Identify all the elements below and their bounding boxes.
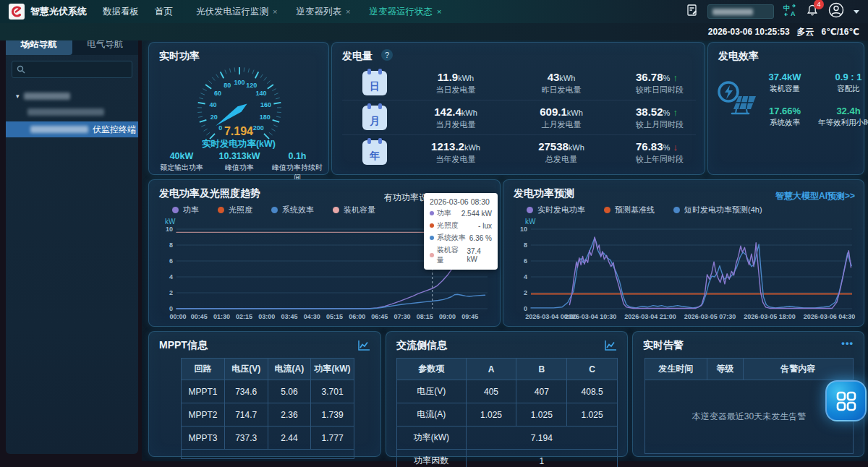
ac-table: 参数项 A B C 电压(V)405407408.5 电流(A)1.0251.0… — [396, 358, 618, 467]
legend-power[interactable]: 功率 — [172, 205, 199, 215]
mppt-table: 回路 电压(V) 电流(A) 功率(kW) MPPT1734.65.063.70… — [181, 358, 354, 459]
close-icon[interactable]: × — [273, 7, 277, 16]
nav-item-dashboard[interactable]: 数据看板 — [103, 6, 139, 18]
svg-text:8: 8 — [169, 241, 173, 249]
stat-capacity-ratio: 0.9 : 1 容配比 — [812, 72, 868, 94]
stat-today-energy: 11.9kWh 当日发电量 — [404, 71, 507, 95]
panel-mppt-info: MPPT信息 回路 电压(V) 电流(A) 功率(kW) MPPT1734.65… — [148, 331, 381, 457]
stat-peak-duration: 0.1h 峰值功率持续时间 — [269, 151, 326, 183]
screen: 智慧光伏系统 数据看板 首页 光伏发电运行监测 × 逆变器列表 × 逆变器运行状… — [0, 0, 868, 467]
legend-system-efficiency[interactable]: 系统效率 — [271, 205, 314, 215]
calendar-day-icon: 日 — [362, 71, 387, 95]
user-avatar[interactable] — [827, 1, 845, 22]
datetime: 2026-03-06 10:25:53 — [708, 27, 790, 37]
svg-text:20: 20 — [210, 113, 218, 121]
legend-forecast-baseline[interactable]: 预测基准线 — [604, 205, 655, 215]
stat-vs-last-month: 38.52% ↑ 较上月同时段 — [616, 106, 696, 130]
chevron-down-icon[interactable]: ▾ — [16, 93, 20, 100]
stat-total-energy: 27538kWh 总发电量 — [507, 140, 616, 165]
panel-title: MPPT信息 — [159, 339, 208, 352]
svg-text:2: 2 — [169, 289, 173, 296]
stat-yesterday-energy: 43kWh 昨日发电量 — [507, 71, 616, 95]
svg-text:2026-03-05 18:00: 2026-03-05 18:00 — [744, 313, 796, 320]
svg-text:09:45: 09:45 — [461, 313, 478, 320]
line-chart-icon[interactable] — [358, 340, 370, 354]
svg-text:03:45: 03:45 — [281, 313, 298, 320]
app-logo-icon[interactable] — [9, 4, 25, 20]
legend-realtime-power[interactable]: 实时发电功率 — [527, 205, 585, 215]
alarm-table-header: 发生时间 等级 告警内容 — [644, 358, 854, 380]
svg-text:6: 6 — [524, 257, 527, 265]
svg-text:07:30: 07:30 — [394, 313, 411, 320]
svg-text:2026-03-04 10:30: 2026-03-04 10:30 — [565, 313, 617, 320]
notifications-bell-icon[interactable]: 4 — [806, 4, 819, 20]
chevron-down-icon[interactable] — [854, 10, 859, 14]
chart-tooltip: 2026-03-06 08:30 功率2.544 kW 光照度- lux 系统效… — [424, 193, 498, 270]
tab-inverter-list[interactable]: 逆变器列表 × — [296, 6, 350, 18]
legend-short-term-forecast[interactable]: 短时发电功率预测(4h) — [673, 205, 762, 215]
more-options-icon[interactable]: ••• — [841, 338, 854, 348]
svg-text:A: A — [791, 10, 796, 17]
ai-forecast-link[interactable]: 智慧大模型AI预测>> — [775, 190, 855, 202]
forecast-chart[interactable]: 02468102026-03-04 00:002026-03-04 10:302… — [509, 225, 859, 322]
table-row: MPPT2714.72.361.739 — [182, 403, 354, 427]
grid-icon — [835, 390, 857, 412]
panel-power-forecast: 发电功率预测 智慧大模型AI预测>> 实时发电功率 预测基准线 短时发电功率预测… — [503, 179, 864, 327]
table-row: 电流(A)1.0251.0251.025 — [397, 403, 618, 427]
close-icon[interactable]: × — [346, 7, 350, 16]
svg-text:6: 6 — [169, 257, 173, 265]
svg-text:00:00: 00:00 — [169, 313, 186, 320]
panel-title: 发电功率及光照度趋势 — [159, 187, 260, 200]
svg-text:100: 100 — [234, 79, 244, 86]
legend-installed-capacity[interactable]: 装机容量 — [333, 205, 375, 215]
line-chart-icon[interactable] — [605, 340, 617, 354]
table-row: MPPT1734.65.063.701 — [182, 380, 354, 403]
stat-last-month-energy: 609.1kWh 上月发电量 — [507, 106, 616, 130]
alarm-empty-state: 本逆变器最近30天未发生告警 — [644, 380, 854, 454]
solar-panel-icon — [717, 80, 759, 118]
tooltip-row-capacity: 装机容量37.4 kW — [430, 245, 492, 265]
quick-menu-fab-button[interactable] — [825, 380, 867, 421]
energy-row-day: 日 11.9kWh 当日发电量 43kWh 昨日发电量 36.78% ↑ 较昨日… — [342, 66, 696, 100]
sidebar-search-input[interactable] — [12, 61, 132, 78]
svg-text:08:15: 08:15 — [417, 313, 433, 320]
svg-text:140: 140 — [255, 90, 266, 97]
tab-pv-monitoring[interactable]: 光伏发电运行监测 × — [196, 6, 277, 18]
svg-text:03:00: 03:00 — [258, 313, 275, 320]
svg-text:10: 10 — [520, 226, 527, 233]
tree-node-root[interactable]: ▾ — [6, 90, 138, 103]
svg-text:4: 4 — [524, 273, 527, 280]
redacted-node-text — [27, 108, 104, 116]
help-icon[interactable]: ? — [381, 49, 393, 61]
energy-row-month: 月 142.4kWh 当月发电量 609.1kWh 上月发电量 38.52% ↑… — [342, 100, 696, 135]
panel-title: 交流侧信息 — [396, 339, 447, 352]
close-icon[interactable]: × — [437, 7, 441, 16]
stat-peak-power: 10.313kW 峰值功率 — [210, 151, 269, 183]
svg-text:02:15: 02:15 — [236, 313, 252, 320]
svg-text:60: 60 — [214, 90, 221, 97]
table-row: 功率因数1 — [397, 450, 618, 467]
nav-item-home[interactable]: 首页 — [155, 6, 173, 18]
tab-inverter-status[interactable]: 逆变器运行状态 × — [369, 6, 441, 18]
document-icon[interactable] — [686, 4, 699, 20]
stat-system-efficiency: 17.66% 系统效率 — [760, 106, 809, 128]
search-icon — [17, 65, 25, 74]
tree-node-selected-terminal[interactable]: 伏监控终端 — [6, 121, 138, 137]
stat-rated-output: 40kW 额定输出功率 — [153, 151, 210, 183]
stat-month-energy: 142.4kWh 当月发电量 — [404, 106, 507, 130]
legend-dot — [527, 207, 533, 213]
stat-equivalent-hours: 32.4h 年等效利用小时数 — [812, 106, 868, 128]
svg-text:0: 0 — [524, 305, 527, 312]
svg-text:06:45: 06:45 — [371, 313, 388, 320]
legend-irradiance[interactable]: 光照度 — [218, 205, 252, 215]
svg-text:04:30: 04:30 — [304, 313, 320, 320]
global-search-input[interactable] — [707, 4, 774, 19]
legend-dot — [604, 207, 610, 213]
svg-text:4: 4 — [169, 273, 173, 280]
temperature: 6℃/16℃ — [822, 27, 859, 37]
tree-node-child[interactable] — [6, 106, 138, 119]
energy-row-year: 年 1213.2kWh 当年发电量 27538kWh 总发电量 76.83% ↓… — [342, 135, 696, 170]
translate-icon[interactable]: 中A — [783, 3, 797, 20]
legend-dot — [673, 207, 680, 213]
legend-dot — [172, 207, 179, 213]
